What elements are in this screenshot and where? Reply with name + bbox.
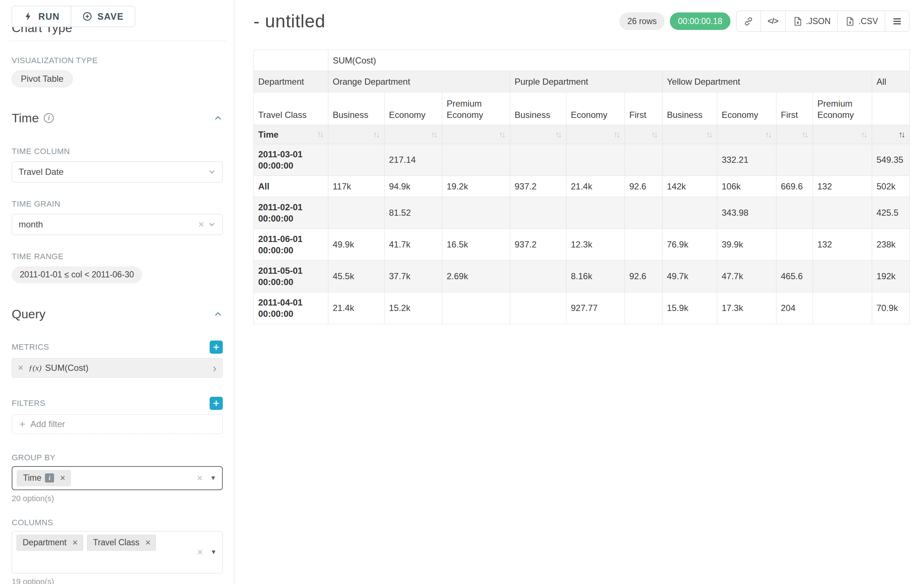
sort-header[interactable]: ↑↓ [776, 125, 813, 144]
group-by-tag[interactable]: Time i × [17, 470, 71, 486]
time-range-value[interactable]: 2011-01-01 ≤ col < 2011-06-30 [12, 267, 142, 283]
sort-icon[interactable]: ↑↓ [499, 129, 505, 140]
sort-header[interactable]: ↑↓ [566, 125, 625, 144]
visualization-type-text: Pivot Table [21, 74, 64, 84]
column-group-header: Orange Department [328, 71, 510, 92]
remove-icon[interactable]: × [58, 473, 68, 483]
section-divider [9, 41, 226, 41]
remove-icon[interactable]: × [143, 537, 153, 548]
add-filter-button[interactable]: + Add filter [12, 414, 223, 434]
sort-icon[interactable]: ↑↓ [651, 129, 658, 140]
value-cell: 39.9k [717, 229, 776, 261]
value-cell [328, 144, 384, 176]
sort-header[interactable]: ↑↓ [328, 125, 384, 144]
chevron-up-icon[interactable] [213, 113, 223, 123]
sort-icon[interactable]: ↑↓ [317, 129, 323, 140]
remove-icon[interactable]: × [70, 537, 80, 548]
sort-header[interactable]: ↑↓ [872, 125, 910, 144]
clear-icon[interactable]: × [198, 219, 204, 230]
run-button-label: RUN [38, 12, 60, 22]
value-cell: 15.9k [663, 292, 717, 324]
sort-icon[interactable]: ↑↓ [614, 129, 620, 140]
options-hint: 20 option(s) [12, 494, 223, 503]
sort-icon[interactable]: ↑↓ [431, 129, 437, 140]
table-row: 2011-02-01 00:00:0081.52343.98425.5 [254, 197, 910, 229]
add-metric-button[interactable] [210, 341, 223, 354]
value-cell: 8.16k [566, 261, 625, 292]
sort-icon[interactable]: ↑↓ [706, 129, 713, 140]
sort-icon[interactable]: ↑↓ [555, 129, 562, 140]
table-row: All117k94.9k19.2k937.221.4k92.6142k106k6… [254, 176, 910, 197]
bolt-icon [23, 12, 33, 21]
sort-icon[interactable]: ↑↓ [861, 129, 867, 140]
value-cell: 70.9k [872, 292, 910, 324]
explore-view: RUN SAVE Chart Type VISUALIZATION TYPE P… [0, 0, 924, 584]
sort-header[interactable]: ↑↓ [717, 125, 776, 144]
time-grain-value: month [19, 219, 43, 230]
clear-icon[interactable]: × [197, 473, 203, 483]
sort-icon[interactable]: ↑↓ [373, 129, 380, 140]
column-group-header: Yellow Department [663, 71, 872, 92]
table-row: 2011-03-01 00:00:00217.14332.21549.35 [254, 144, 910, 176]
value-cell: 81.52 [384, 197, 442, 229]
clear-icon[interactable]: × [197, 547, 203, 558]
plus-icon: + [19, 419, 25, 429]
time-range-text: 2011-01-01 ≤ col < 2011-06-30 [20, 270, 134, 280]
caret-down-icon[interactable]: ▼ [210, 549, 216, 556]
time-column-select[interactable]: Travel Date [12, 161, 223, 183]
value-cell [510, 144, 566, 176]
metric-chip[interactable]: × ƒ(x) SUM(Cost) › [12, 358, 223, 378]
value-cell [625, 197, 663, 229]
value-cell: 2.69k [442, 261, 510, 292]
save-button[interactable]: SAVE [71, 6, 135, 27]
sort-icon[interactable]: ↑↓ [802, 129, 808, 140]
caret-down-icon[interactable]: ▼ [210, 474, 216, 482]
chart-area: - untitled 26 rows 00:00:00.18 </> .JSON… [234, 0, 924, 584]
columns-tag[interactable]: Department × [16, 535, 83, 551]
sort-header[interactable]: ↑↓ [384, 125, 442, 144]
sort-icon[interactable]: ↑↓ [765, 129, 772, 140]
group-by-select[interactable]: Time i × × ▼ [12, 466, 223, 490]
value-cell: 41.7k [384, 229, 442, 261]
copy-link-button[interactable] [736, 11, 761, 32]
value-cell: 16.5k [442, 229, 510, 261]
remove-icon[interactable]: × [18, 362, 23, 373]
columns-select[interactable]: Department × Travel Class × × ▼ [12, 531, 223, 573]
value-cell [625, 144, 663, 176]
sort-header[interactable]: ↑↓ [442, 125, 510, 144]
view-query-button[interactable]: </> [761, 11, 785, 32]
value-cell [625, 229, 663, 261]
export-csv-button[interactable]: .CSV [837, 11, 885, 32]
export-json-button[interactable]: .JSON [785, 11, 838, 32]
value-cell [663, 197, 717, 229]
column-header: Business [510, 92, 566, 125]
query-timer-badge: 00:00:00.18 [670, 12, 731, 30]
query-section-header[interactable]: Query [12, 307, 223, 322]
pivot-table-header: SUM(Cost)DepartmentOrange DepartmentPurp… [254, 50, 910, 144]
value-cell [813, 261, 872, 292]
column-header: Premium Economy [442, 92, 510, 125]
run-save-toolbar: RUN SAVE [12, 6, 135, 27]
value-cell: 132 [813, 176, 872, 197]
chevron-up-icon[interactable] [213, 309, 223, 319]
sort-header[interactable]: ↑↓ [663, 125, 717, 144]
sort-header[interactable]: ↑↓ [510, 125, 566, 144]
run-button[interactable]: RUN [12, 6, 71, 27]
add-filter-plus-button[interactable] [210, 397, 223, 410]
row-header: 2011-05-01 00:00:00 [254, 261, 328, 292]
row-header: 2011-03-01 00:00:00 [254, 144, 328, 176]
time-section-header[interactable]: Time i [12, 110, 223, 125]
row-header: 2011-02-01 00:00:00 [254, 197, 328, 229]
table-row: 2011-05-01 00:00:0045.5k37.7k2.69k8.16k9… [254, 261, 910, 292]
tag-label: Time [23, 473, 41, 483]
chart-title[interactable]: - untitled [254, 11, 325, 32]
sort-header[interactable]: ↑↓ [813, 125, 872, 144]
time-grain-select[interactable]: month × [12, 214, 223, 235]
columns-tag[interactable]: Travel Class × [87, 535, 156, 551]
menu-button[interactable] [885, 11, 909, 32]
sort-header[interactable]: ↑↓ [625, 125, 663, 144]
sort-icon[interactable]: ↑↓ [898, 129, 905, 140]
value-cell: 45.5k [328, 261, 384, 292]
filters-label: FILTERS [12, 398, 45, 408]
visualization-type-value[interactable]: Pivot Table [12, 71, 73, 87]
